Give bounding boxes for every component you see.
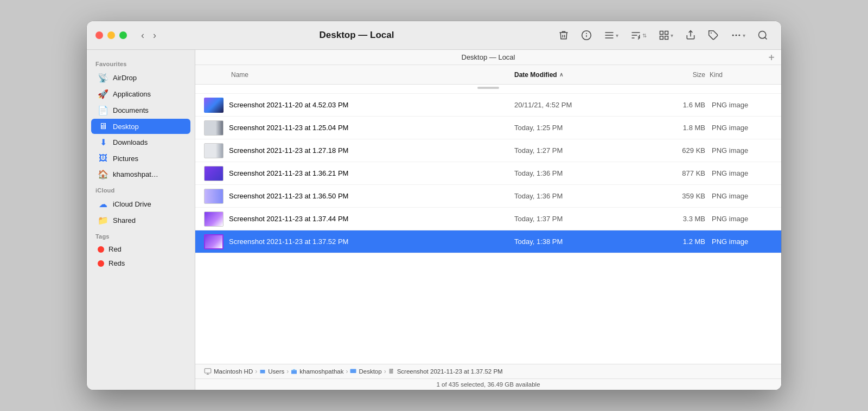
file-row-6[interactable]: Screenshot 2021-11-23 at 1.37.44 PM Toda… — [195, 208, 781, 230]
pictures-icon: 🖼 — [98, 153, 108, 163]
file-row-4[interactable]: Screenshot 2021-11-23 at 1.36.21 PM Toda… — [195, 162, 781, 185]
sidebar-item-shared[interactable]: 📁 Shared — [91, 213, 190, 228]
share-button[interactable] — [681, 28, 700, 43]
svg-rect-24 — [291, 370, 297, 374]
file-size-6: 3.3 MB — [642, 215, 707, 223]
file-thumb-1 — [204, 98, 224, 113]
sidebar-label-applications: Applications — [113, 90, 151, 98]
status-bar: 1 of 435 selected, 36.49 GB available — [195, 378, 781, 390]
file-row-5[interactable]: Screenshot 2021-11-23 at 1.36.50 PM Toda… — [195, 185, 781, 208]
sidebar: Favourites 📡 AirDrop 🚀 Applications 📄 Do… — [87, 50, 195, 390]
file-date-1: 20/11/21, 4:52 PM — [512, 101, 642, 109]
breadcrumb: Macintosh HD › Users › khamoshpathak › D… — [195, 364, 781, 378]
file-row-2[interactable]: Screenshot 2021-11-23 at 1.25.04 PM Toda… — [195, 117, 781, 139]
tag-button[interactable] — [704, 28, 723, 43]
downloads-icon: ⬇ — [98, 137, 108, 147]
file-kind-7: PNG image — [707, 237, 773, 246]
sidebar-item-documents[interactable]: 📄 Documents — [91, 102, 190, 118]
sidebar-item-pictures[interactable]: 🖼 Pictures — [91, 151, 190, 166]
macintosh-hd-icon — [204, 368, 212, 375]
info-button[interactable] — [577, 28, 596, 43]
sidebar-item-applications[interactable]: 🚀 Applications — [91, 86, 190, 102]
file-thumb-4 — [204, 166, 224, 181]
sidebar-label-shared: Shared — [113, 216, 136, 224]
grid-view-button[interactable]: ▾ — [654, 28, 678, 43]
delete-button[interactable] — [554, 28, 573, 43]
window-title: Desktop — Local — [175, 30, 539, 41]
bc-khamoshpathak-icon — [291, 368, 297, 375]
tags-label: Tags — [87, 229, 195, 242]
col-date-header[interactable]: Date Modified ∧ — [512, 67, 642, 83]
content-area: Favourites 📡 AirDrop 🚀 Applications 📄 Do… — [87, 50, 781, 390]
svg-rect-25 — [350, 369, 356, 374]
file-name-1: Screenshot 2021-11-20 at 4.52.03 PM — [229, 101, 512, 109]
file-kind-3: PNG image — [707, 146, 773, 155]
more-button[interactable]: ▾ — [726, 28, 750, 43]
file-name-3: Screenshot 2021-11-23 at 1.27.18 PM — [229, 146, 512, 155]
search-button[interactable] — [753, 28, 773, 43]
sidebar-item-tag-reds[interactable]: Reds — [91, 256, 190, 270]
svg-rect-21 — [205, 369, 211, 373]
finder-window: ‹ › Desktop — Local — [87, 21, 781, 390]
applications-icon: 🚀 — [98, 89, 108, 99]
file-size-7: 1.2 MB — [642, 237, 707, 246]
file-row-7[interactable]: Screenshot 2021-11-23 at 1.37.52 PM Toda… — [195, 230, 781, 253]
favourites-label: Favourites — [87, 56, 195, 69]
file-date-4: Today, 1:36 PM — [512, 169, 642, 177]
file-date-3: Today, 1:27 PM — [512, 146, 642, 155]
nav-buttons: ‹ › — [138, 29, 159, 42]
sidebar-item-desktop[interactable]: 🖥 Desktop — [91, 119, 190, 134]
file-thumb-2 — [204, 120, 224, 136]
add-button[interactable]: + — [768, 52, 775, 63]
tag-red-dot — [98, 246, 104, 253]
file-name-2: Screenshot 2021-11-23 at 1.25.04 PM — [229, 124, 512, 132]
home-icon: 🏠 — [98, 169, 108, 179]
close-button[interactable] — [95, 31, 103, 39]
sort-button[interactable]: ⇅ — [626, 28, 651, 43]
col-name-header[interactable]: Name — [229, 67, 512, 83]
bc-file-icon — [388, 368, 395, 375]
sidebar-label-documents: Documents — [113, 106, 149, 114]
shared-icon: 📁 — [98, 215, 108, 226]
bc-users: Users — [268, 368, 284, 375]
file-row-3[interactable]: Screenshot 2021-11-23 at 1.27.18 PM Toda… — [195, 139, 781, 162]
svg-point-18 — [732, 35, 733, 36]
main-pane: Desktop — Local + Name Date Modified ∧ S… — [195, 50, 781, 390]
file-kind-5: PNG image — [707, 192, 773, 200]
sidebar-label-khamoshpat: khamoshpat… — [113, 170, 158, 178]
titlebar: ‹ › Desktop — Local — [87, 21, 781, 50]
sidebar-item-airdrop[interactable]: 📡 AirDrop — [91, 70, 190, 86]
list-view-button[interactable]: ▾ — [599, 28, 623, 43]
file-kind-6: PNG image — [707, 215, 773, 223]
file-size-2: 1.8 MB — [642, 124, 707, 132]
file-list-header: Name Date Modified ∧ Size Kind — [195, 65, 781, 85]
col-kind-header[interactable]: Kind — [707, 67, 773, 83]
sidebar-item-khamoshpat[interactable]: 🏠 khamoshpat… — [91, 166, 190, 182]
file-row-1[interactable]: Screenshot 2021-11-20 at 4.52.03 PM 20/1… — [195, 94, 781, 117]
desktop-icon: 🖥 — [98, 121, 108, 131]
file-list: Screenshot 2021-11-20 at 4.52.03 PM 20/1… — [195, 94, 781, 364]
minimize-button[interactable] — [107, 31, 115, 39]
file-name-5: Screenshot 2021-11-23 at 1.36.50 PM — [229, 192, 512, 200]
bc-desktop-icon — [350, 368, 356, 375]
sidebar-item-tag-red[interactable]: Red — [91, 242, 190, 256]
file-kind-2: PNG image — [707, 124, 773, 132]
maximize-button[interactable] — [119, 31, 127, 39]
sidebar-label-tag-red: Red — [108, 245, 122, 253]
sidebar-label-icloud-drive: iCloud Drive — [113, 200, 151, 208]
sidebar-item-downloads[interactable]: ⬇ Downloads — [91, 134, 190, 150]
file-name-7: Screenshot 2021-11-23 at 1.37.52 PM — [229, 237, 512, 246]
bc-users-icon — [259, 368, 266, 375]
file-thumb-3 — [204, 143, 224, 158]
svg-rect-11 — [665, 31, 668, 35]
file-thumb-5 — [204, 189, 224, 204]
documents-icon: 📄 — [98, 105, 108, 115]
sidebar-label-pictures: Pictures — [113, 155, 138, 163]
back-button[interactable]: ‹ — [138, 29, 148, 42]
icloud-drive-icon: ☁ — [98, 199, 108, 209]
sidebar-item-icloud-drive[interactable]: ☁ iCloud Drive — [91, 196, 190, 212]
col-size-header[interactable]: Size — [642, 67, 707, 83]
tag-reds-dot — [98, 260, 104, 267]
svg-rect-10 — [660, 31, 663, 35]
forward-button[interactable]: › — [150, 29, 159, 42]
